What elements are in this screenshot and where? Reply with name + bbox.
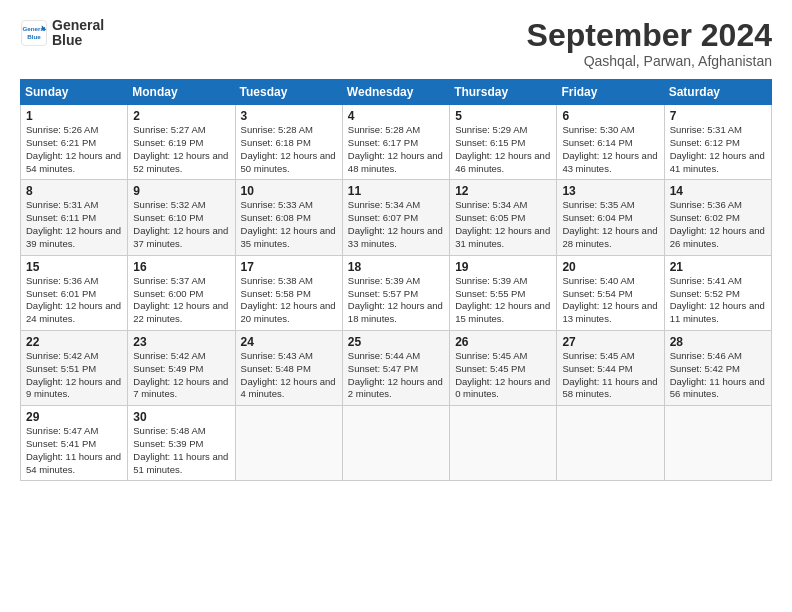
day-number: 18	[348, 260, 444, 274]
day-content: Sunrise: 5:41 AMSunset: 5:52 PMDaylight:…	[670, 275, 766, 326]
day-content: Sunrise: 5:34 AMSunset: 6:05 PMDaylight:…	[455, 199, 551, 250]
calendar-cell: 24Sunrise: 5:43 AMSunset: 5:48 PMDayligh…	[235, 330, 342, 405]
day-number: 28	[670, 335, 766, 349]
svg-text:Blue: Blue	[27, 34, 41, 41]
calendar-cell: 30Sunrise: 5:48 AMSunset: 5:39 PMDayligh…	[128, 406, 235, 481]
day-number: 9	[133, 184, 229, 198]
day-number: 2	[133, 109, 229, 123]
header: General Blue General Blue September 2024…	[20, 18, 772, 69]
calendar-cell: 18Sunrise: 5:39 AMSunset: 5:57 PMDayligh…	[342, 255, 449, 330]
day-number: 14	[670, 184, 766, 198]
calendar-week-4: 22Sunrise: 5:42 AMSunset: 5:51 PMDayligh…	[21, 330, 772, 405]
col-thursday: Thursday	[450, 80, 557, 105]
day-number: 8	[26, 184, 122, 198]
day-number: 19	[455, 260, 551, 274]
calendar-cell: 15Sunrise: 5:36 AMSunset: 6:01 PMDayligh…	[21, 255, 128, 330]
logo-icon: General Blue	[20, 19, 48, 47]
day-content: Sunrise: 5:44 AMSunset: 5:47 PMDaylight:…	[348, 350, 444, 401]
col-monday: Monday	[128, 80, 235, 105]
calendar-cell: 26Sunrise: 5:45 AMSunset: 5:45 PMDayligh…	[450, 330, 557, 405]
day-number: 21	[670, 260, 766, 274]
day-content: Sunrise: 5:35 AMSunset: 6:04 PMDaylight:…	[562, 199, 658, 250]
calendar-cell: 6Sunrise: 5:30 AMSunset: 6:14 PMDaylight…	[557, 105, 664, 180]
day-content: Sunrise: 5:48 AMSunset: 5:39 PMDaylight:…	[133, 425, 229, 476]
day-content: Sunrise: 5:32 AMSunset: 6:10 PMDaylight:…	[133, 199, 229, 250]
calendar-cell: 11Sunrise: 5:34 AMSunset: 6:07 PMDayligh…	[342, 180, 449, 255]
calendar-cell: 1Sunrise: 5:26 AMSunset: 6:21 PMDaylight…	[21, 105, 128, 180]
day-content: Sunrise: 5:38 AMSunset: 5:58 PMDaylight:…	[241, 275, 337, 326]
calendar-week-3: 15Sunrise: 5:36 AMSunset: 6:01 PMDayligh…	[21, 255, 772, 330]
calendar-cell: 21Sunrise: 5:41 AMSunset: 5:52 PMDayligh…	[664, 255, 771, 330]
calendar-cell: 5Sunrise: 5:29 AMSunset: 6:15 PMDaylight…	[450, 105, 557, 180]
calendar-cell: 10Sunrise: 5:33 AMSunset: 6:08 PMDayligh…	[235, 180, 342, 255]
calendar-cell	[557, 406, 664, 481]
calendar-cell	[450, 406, 557, 481]
day-number: 5	[455, 109, 551, 123]
day-content: Sunrise: 5:28 AMSunset: 6:17 PMDaylight:…	[348, 124, 444, 175]
calendar-cell: 27Sunrise: 5:45 AMSunset: 5:44 PMDayligh…	[557, 330, 664, 405]
day-content: Sunrise: 5:36 AMSunset: 6:01 PMDaylight:…	[26, 275, 122, 326]
day-content: Sunrise: 5:29 AMSunset: 6:15 PMDaylight:…	[455, 124, 551, 175]
calendar-cell: 17Sunrise: 5:38 AMSunset: 5:58 PMDayligh…	[235, 255, 342, 330]
logo-line2: Blue	[52, 33, 104, 48]
day-number: 6	[562, 109, 658, 123]
day-content: Sunrise: 5:40 AMSunset: 5:54 PMDaylight:…	[562, 275, 658, 326]
day-number: 4	[348, 109, 444, 123]
day-content: Sunrise: 5:28 AMSunset: 6:18 PMDaylight:…	[241, 124, 337, 175]
col-tuesday: Tuesday	[235, 80, 342, 105]
day-number: 23	[133, 335, 229, 349]
day-content: Sunrise: 5:26 AMSunset: 6:21 PMDaylight:…	[26, 124, 122, 175]
page: General Blue General Blue September 2024…	[0, 0, 792, 491]
calendar-header-row: Sunday Monday Tuesday Wednesday Thursday…	[21, 80, 772, 105]
day-number: 12	[455, 184, 551, 198]
day-content: Sunrise: 5:27 AMSunset: 6:19 PMDaylight:…	[133, 124, 229, 175]
day-number: 24	[241, 335, 337, 349]
day-content: Sunrise: 5:31 AMSunset: 6:11 PMDaylight:…	[26, 199, 122, 250]
day-content: Sunrise: 5:34 AMSunset: 6:07 PMDaylight:…	[348, 199, 444, 250]
calendar-cell: 3Sunrise: 5:28 AMSunset: 6:18 PMDaylight…	[235, 105, 342, 180]
calendar-cell: 14Sunrise: 5:36 AMSunset: 6:02 PMDayligh…	[664, 180, 771, 255]
col-saturday: Saturday	[664, 80, 771, 105]
day-content: Sunrise: 5:43 AMSunset: 5:48 PMDaylight:…	[241, 350, 337, 401]
day-number: 3	[241, 109, 337, 123]
logo: General Blue General Blue	[20, 18, 104, 49]
day-content: Sunrise: 5:33 AMSunset: 6:08 PMDaylight:…	[241, 199, 337, 250]
day-content: Sunrise: 5:45 AMSunset: 5:44 PMDaylight:…	[562, 350, 658, 401]
calendar-cell: 22Sunrise: 5:42 AMSunset: 5:51 PMDayligh…	[21, 330, 128, 405]
calendar-cell: 8Sunrise: 5:31 AMSunset: 6:11 PMDaylight…	[21, 180, 128, 255]
day-content: Sunrise: 5:37 AMSunset: 6:00 PMDaylight:…	[133, 275, 229, 326]
calendar-cell: 13Sunrise: 5:35 AMSunset: 6:04 PMDayligh…	[557, 180, 664, 255]
calendar-week-5: 29Sunrise: 5:47 AMSunset: 5:41 PMDayligh…	[21, 406, 772, 481]
calendar-title: September 2024	[527, 18, 772, 53]
day-content: Sunrise: 5:47 AMSunset: 5:41 PMDaylight:…	[26, 425, 122, 476]
calendar-cell	[664, 406, 771, 481]
calendar-cell: 9Sunrise: 5:32 AMSunset: 6:10 PMDaylight…	[128, 180, 235, 255]
logo-text: General Blue	[52, 18, 104, 49]
day-content: Sunrise: 5:46 AMSunset: 5:42 PMDaylight:…	[670, 350, 766, 401]
day-content: Sunrise: 5:39 AMSunset: 5:55 PMDaylight:…	[455, 275, 551, 326]
day-number: 16	[133, 260, 229, 274]
calendar-cell: 7Sunrise: 5:31 AMSunset: 6:12 PMDaylight…	[664, 105, 771, 180]
day-number: 15	[26, 260, 122, 274]
day-number: 13	[562, 184, 658, 198]
day-content: Sunrise: 5:45 AMSunset: 5:45 PMDaylight:…	[455, 350, 551, 401]
day-number: 17	[241, 260, 337, 274]
calendar-cell: 28Sunrise: 5:46 AMSunset: 5:42 PMDayligh…	[664, 330, 771, 405]
day-content: Sunrise: 5:39 AMSunset: 5:57 PMDaylight:…	[348, 275, 444, 326]
calendar-subtitle: Qashqal, Parwan, Afghanistan	[527, 53, 772, 69]
col-wednesday: Wednesday	[342, 80, 449, 105]
day-content: Sunrise: 5:36 AMSunset: 6:02 PMDaylight:…	[670, 199, 766, 250]
day-content: Sunrise: 5:42 AMSunset: 5:51 PMDaylight:…	[26, 350, 122, 401]
calendar-cell: 20Sunrise: 5:40 AMSunset: 5:54 PMDayligh…	[557, 255, 664, 330]
calendar-table: Sunday Monday Tuesday Wednesday Thursday…	[20, 79, 772, 481]
calendar-cell: 16Sunrise: 5:37 AMSunset: 6:00 PMDayligh…	[128, 255, 235, 330]
calendar-week-2: 8Sunrise: 5:31 AMSunset: 6:11 PMDaylight…	[21, 180, 772, 255]
col-sunday: Sunday	[21, 80, 128, 105]
day-number: 26	[455, 335, 551, 349]
day-number: 22	[26, 335, 122, 349]
day-number: 1	[26, 109, 122, 123]
calendar-cell: 29Sunrise: 5:47 AMSunset: 5:41 PMDayligh…	[21, 406, 128, 481]
calendar-cell: 23Sunrise: 5:42 AMSunset: 5:49 PMDayligh…	[128, 330, 235, 405]
calendar-cell: 2Sunrise: 5:27 AMSunset: 6:19 PMDaylight…	[128, 105, 235, 180]
day-content: Sunrise: 5:42 AMSunset: 5:49 PMDaylight:…	[133, 350, 229, 401]
